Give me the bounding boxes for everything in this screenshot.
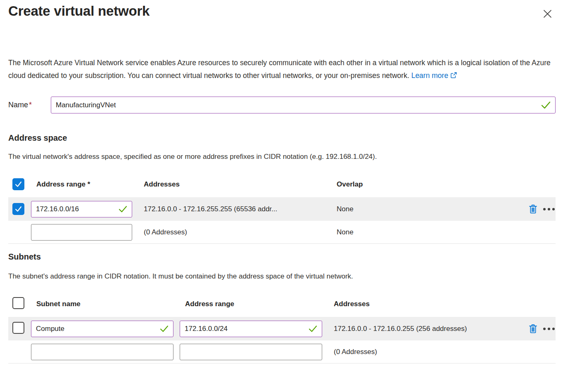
trash-icon — [527, 323, 539, 334]
intro-paragraph: The Microsoft Azure Virtual Network serv… — [8, 57, 556, 82]
address-range-addresses-value: 172.16.0.0 - 172.16.255.255 (65536 addr.… — [144, 205, 337, 213]
subnet-name-input[interactable] — [31, 321, 173, 337]
name-input[interactable] — [51, 97, 555, 113]
delete-address-range-button[interactable] — [527, 203, 539, 215]
divider — [8, 363, 556, 364]
subnets-table: Subnet name Address range Addresses — [8, 291, 556, 364]
name-input-wrap — [51, 97, 556, 113]
column-header-subnet-name: Subnet name — [31, 300, 180, 308]
divider — [8, 243, 556, 244]
column-header-address-range: Address range * — [31, 180, 144, 189]
column-header-addresses: Addresses — [144, 180, 337, 189]
select-all-subnets-checkbox[interactable] — [12, 297, 24, 309]
new-subnet-name-input[interactable] — [31, 344, 173, 360]
valid-check-icon — [541, 101, 551, 109]
new-subnet-addresses-value: (0 Addresses) — [334, 348, 518, 356]
trash-icon — [527, 203, 539, 215]
delete-subnet-button[interactable] — [527, 323, 539, 334]
subnet-row: 172.16.0.0 - 172.16.0.255 (256 addresses… — [8, 317, 556, 340]
subnet-empty-row: (0 Addresses) — [8, 340, 556, 363]
column-header-overlap: Overlap — [337, 180, 518, 189]
subnet-addresses-value: 172.16.0.0 - 172.16.0.255 (256 addresses… — [334, 325, 518, 333]
valid-check-icon — [160, 325, 169, 332]
learn-more-link[interactable]: Learn more — [411, 71, 458, 80]
required-asterisk: * — [29, 101, 32, 109]
valid-check-icon — [309, 325, 317, 332]
select-all-address-ranges-checkbox[interactable] — [12, 178, 24, 190]
close-icon[interactable] — [539, 6, 556, 22]
new-subnet-address-range-input[interactable] — [180, 344, 322, 360]
new-address-range-input[interactable] — [31, 224, 132, 240]
new-address-range-overlap-value: None — [337, 228, 518, 236]
address-range-overlap-value: None — [337, 205, 518, 213]
checkmark-icon — [14, 180, 23, 189]
address-space-table: Address range * Addresses Overlap 172.16… — [8, 172, 556, 244]
address-range-input[interactable] — [31, 201, 132, 217]
intro-text: The Microsoft Azure Virtual Network serv… — [8, 59, 551, 80]
subnets-table-header: Subnet name Address range Addresses — [8, 291, 556, 317]
address-space-heading: Address space — [8, 133, 556, 143]
subnets-description: The subnet's address range in CIDR notat… — [8, 272, 556, 281]
column-header-subnet-addresses: Addresses — [334, 300, 518, 308]
external-link-icon — [450, 71, 457, 79]
titlebar: Create virtual network — [8, 0, 556, 22]
address-range-more-options-button[interactable] — [543, 206, 555, 212]
address-space-table-header: Address range * Addresses Overlap — [8, 172, 556, 197]
ellipsis-icon — [543, 208, 546, 210]
checkmark-icon — [14, 205, 23, 213]
column-header-subnet-address-range: Address range — [180, 300, 334, 308]
subnet-row-checkbox[interactable] — [12, 322, 24, 334]
name-field-row: Name* — [8, 97, 556, 113]
name-label: Name* — [8, 101, 51, 109]
address-range-empty-row: (0 Addresses) None — [8, 221, 556, 243]
page-title: Create virtual network — [8, 3, 150, 19]
valid-check-icon — [119, 205, 127, 213]
address-space-description: The virtual network's address space, spe… — [8, 153, 556, 161]
new-address-range-addresses-value: (0 Addresses) — [144, 228, 337, 236]
subnets-heading: Subnets — [8, 252, 556, 262]
address-range-row-checkbox[interactable] — [12, 203, 24, 215]
create-virtual-network-panel: Create virtual network The Microsoft Azu… — [0, 0, 563, 364]
subnet-more-options-button[interactable] — [543, 326, 555, 332]
address-range-row: 172.16.0.0 - 172.16.255.255 (65536 addr.… — [8, 197, 556, 221]
subnet-address-range-input[interactable] — [180, 321, 322, 337]
ellipsis-icon — [543, 328, 546, 330]
